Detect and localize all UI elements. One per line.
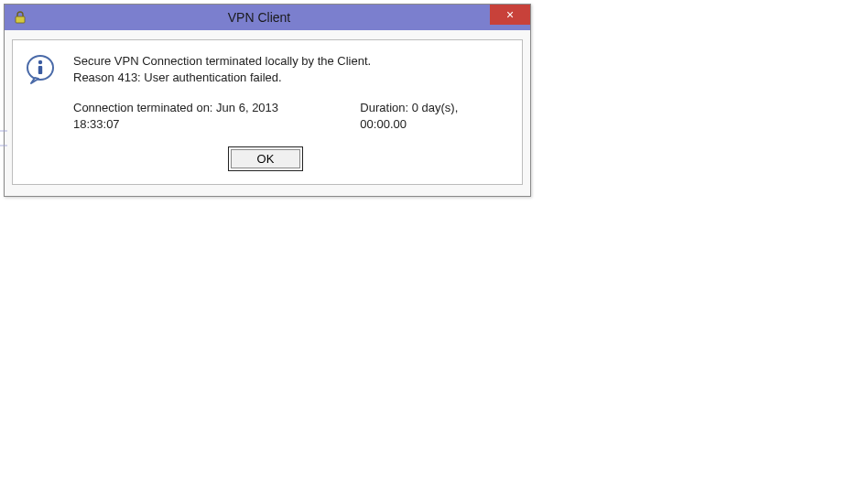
title-bar: VPN Client × [5,5,530,30]
info-icon [24,53,57,86]
ok-button[interactable]: OK [231,149,301,168]
message-line-2: Reason 413: User authentication failed. [73,70,507,86]
svg-rect-3 [38,66,42,74]
terminated-on: Connection terminated on: Jun 6, 2013 18… [73,100,327,132]
message-block: Secure VPN Connection terminated locally… [73,53,507,132]
duration: Duration: 0 day(s), 00:00.00 [360,100,507,132]
close-icon: × [506,8,514,21]
decorative-edge [0,130,7,146]
dialog-window: VPN Client × Secure VPN Connection termi… [4,4,531,197]
ok-button-focus-ring: OK [228,146,304,171]
svg-point-2 [38,60,42,64]
svg-rect-0 [16,16,25,23]
close-button[interactable]: × [490,5,530,25]
duration-label: Duration: [360,101,408,114]
app-lock-icon [12,9,28,26]
terminated-label: Connection terminated on: [73,101,212,114]
dialog-body: Secure VPN Connection terminated locally… [5,30,530,196]
content-panel: Secure VPN Connection terminated locally… [12,39,523,185]
window-title: VPN Client [28,10,490,25]
message-line-1: Secure VPN Connection terminated locally… [73,53,507,70]
